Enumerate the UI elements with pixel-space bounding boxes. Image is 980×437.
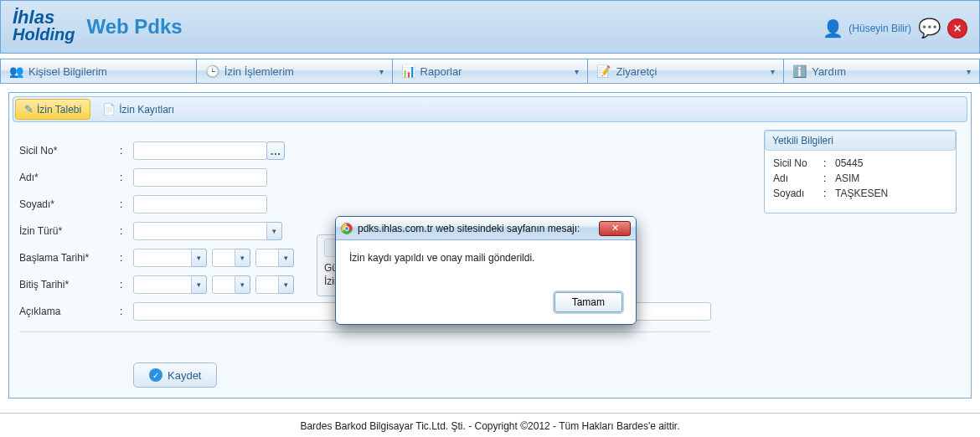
chevron-down-icon: ▾ [379,67,384,76]
yetkili-row: Sicil No : 05445 [773,157,947,169]
menu-raporlar[interactable]: 📊 Raporlar ▾ [393,59,589,83]
footer-text: Bardes Barkod Bilgisayar Tic.Ltd. Şti. -… [300,420,679,432]
menu-label: Raporlar [420,65,462,78]
app-header: İhlas Holding Web Pdks 👤 (Hüseyin Bilir)… [0,0,980,54]
kaydet-button[interactable]: ✓ Kaydet [133,362,217,388]
user-menu[interactable]: 👤 (Hüseyin Bilir) [823,18,911,39]
label-izin-turu: İzin Türü* [19,225,120,237]
adi-input[interactable] [133,168,267,187]
yetkili-row: Soyadı : TAŞKESEN [773,188,947,199]
clock-icon: 🕒 [205,64,219,78]
chat-icon[interactable]: 💬 [918,18,941,39]
dialog-close-button[interactable]: ✕ [599,221,631,236]
label-soyadi: Soyadı [773,188,823,199]
chevron-down-icon: ▾ [967,67,971,76]
menu-label: Yardım [812,65,846,78]
chevron-down-icon[interactable]: ▾ [192,249,207,267]
value-sicil: 05445 [835,157,863,169]
tab-label: İzin Talebi [37,104,81,116]
menu-izin-islemlerim[interactable]: 🕒 İzin İşlemlerim ▾ [197,59,393,83]
dialog-titlebar: pdks.ihlas.com.tr web sitesindeki sayfan… [336,217,636,240]
chevron-down-icon[interactable]: ▾ [279,249,294,267]
bitis-hour-combo[interactable]: ▾ [212,275,250,294]
visitor-icon: 📝 [596,64,611,78]
dialog-ok-button[interactable]: Tamam [554,292,622,312]
chevron-down-icon[interactable]: ▾ [235,275,250,294]
chevron-down-icon[interactable]: ▾ [279,275,294,294]
colon: : [120,225,133,237]
bitis-hour-input[interactable] [212,275,235,294]
label-aciklama: Açıklama [19,306,120,317]
yetkili-panel: Yetkili Bilgileri Sicil No : 05445 Adı :… [764,130,957,213]
alert-dialog: pdks.ihlas.com.tr web sitesindeki sayfan… [335,216,637,325]
footer: Bardes Barkod Bilgisayar Tic.Ltd. Şti. -… [0,413,980,432]
row-soyadi: Soyadı* : [19,191,711,218]
colon: : [120,252,133,264]
bitis-min-combo[interactable]: ▾ [255,275,294,294]
save-area: ✓ Kaydet [133,362,711,388]
baslama-hour-input[interactable] [212,249,235,267]
menu-label: Kişisel Bilgilerim [28,65,107,78]
label-sicil: Sicil No [773,157,823,169]
main-menu: 👥 Kişisel Bilgilerim 🕒 İzin İşlemlerim ▾… [0,59,980,84]
chevron-down-icon[interactable]: ▾ [267,222,282,240]
chevron-down-icon[interactable]: ▾ [235,249,250,267]
bitis-min-input[interactable] [255,275,279,294]
baslama-date-input[interactable] [133,249,192,267]
baslama-min-input[interactable] [255,249,279,267]
label-adi: Adı [773,172,823,184]
label-adi: Adı* [19,172,120,183]
baslama-min-combo[interactable]: ▾ [255,249,294,267]
baslama-hour-combo[interactable]: ▾ [212,249,250,267]
chevron-down-icon[interactable]: ▾ [192,275,207,294]
tabstrip: ✎ İzin Talebi 📄 İzin Kayıtları [13,96,967,122]
colon: : [823,157,835,169]
row-adi: Adı* : [19,164,711,191]
tab-izin-kayitlari[interactable]: 📄 İzin Kayıtları [94,99,183,120]
row-sicil-no: Sicil No* : … [19,137,711,164]
bitis-date-combo[interactable]: ▾ [133,275,207,294]
label-baslama: Başlama Tarihi* [19,252,120,264]
colon: : [120,306,133,317]
baslama-date-combo[interactable]: ▾ [133,249,207,267]
yetkili-row: Adı : ASIM [773,172,947,184]
menu-kisisel-bilgilerim[interactable]: 👥 Kişisel Bilgilerim [1,59,197,83]
menu-ziyaretci[interactable]: 📝 Ziyaretçi ▾ [588,59,784,83]
label-sicil-no: Sicil No* [19,145,120,157]
izin-turu-combo[interactable]: ▾ [133,222,282,240]
dialog-body: İzin kaydı yapıldı ve onay maili gönderi… [336,240,636,289]
save-label: Kaydet [168,369,201,382]
chevron-down-icon: ▾ [575,67,579,76]
brand-line2: Holding [13,25,75,44]
menu-yardim[interactable]: ℹ️ Yardım ▾ [784,59,979,83]
chart-icon: 📊 [401,64,415,78]
menu-label: Ziyaretçi [616,65,657,78]
tab-izin-talebi[interactable]: ✎ İzin Talebi [15,99,90,120]
colon: : [120,172,133,183]
izin-turu-input[interactable] [133,222,267,240]
close-button[interactable]: ✕ [947,18,967,39]
colon: : [120,198,133,210]
sicil-lookup-button[interactable]: … [266,141,285,160]
user-name: (Hüseyin Bilir) [848,23,911,34]
brand-line1: İhlas [13,9,75,26]
chevron-down-icon: ▾ [771,67,775,76]
colon: : [120,145,133,157]
document-icon: 📄 [102,103,116,116]
value-soyadi: TAŞKESEN [835,188,888,199]
bitis-date-input[interactable] [133,275,192,294]
header-right: 👤 (Hüseyin Bilir) 💬 ✕ [823,18,967,39]
label-soyadi: Soyadı* [19,198,120,210]
colon: : [823,172,835,184]
edit-icon: ✎ [24,103,34,116]
dialog-title: pdks.ihlas.com.tr web sitesindeki sayfan… [358,223,594,234]
sicil-no-input[interactable] [133,141,267,160]
tab-label: İzin Kayıtları [119,104,174,116]
soyadi-input[interactable] [133,195,267,213]
brand-logo: İhlas Holding [13,9,75,45]
menu-label: İzin İşlemlerim [224,65,294,78]
colon: : [120,279,133,290]
dialog-actions: Tamam [336,289,636,324]
colon: : [823,188,835,199]
dialog-message: İzin kaydı yapıldı ve onay maili gönderi… [349,252,534,264]
